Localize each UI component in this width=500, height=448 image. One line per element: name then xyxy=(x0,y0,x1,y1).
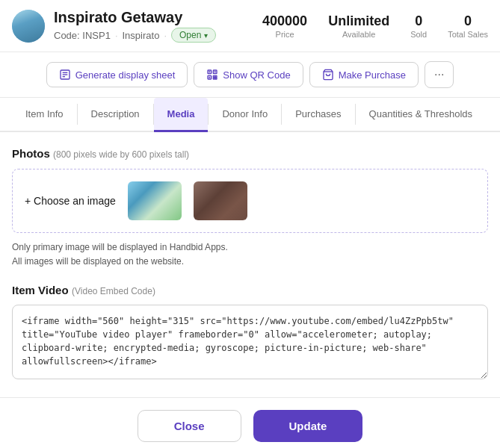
choose-image-button[interactable]: + Choose an image xyxy=(25,195,116,207)
tab-quantities[interactable]: Quantities & Thresholds xyxy=(356,98,487,132)
qr-code-icon xyxy=(206,69,218,81)
price-label: Price xyxy=(262,30,307,39)
svg-rect-14 xyxy=(215,78,217,79)
dot-separator-1: · xyxy=(115,30,118,41)
svg-rect-7 xyxy=(209,71,211,72)
close-button[interactable]: Close xyxy=(138,410,241,442)
item-title: Inspirato Getaway xyxy=(54,9,253,26)
tab-description[interactable]: Description xyxy=(78,98,153,132)
header-stats: 400000 Price Unlimited Available 0 Sold … xyxy=(262,13,488,39)
item-org: Inspirato xyxy=(123,30,160,41)
photo-note-line1: Only primary image will be displayed in … xyxy=(12,240,488,255)
photos-title: Photos (800 pixels wide by 600 pixels ta… xyxy=(12,147,488,160)
stat-sold: 0 Sold xyxy=(410,13,427,39)
show-qr-code-label: Show QR Code xyxy=(223,69,290,81)
video-embed-textarea[interactable]: <iframe width="560" height="315" src="ht… xyxy=(12,305,488,379)
svg-rect-9 xyxy=(209,77,211,78)
video-title: Item Video (Video Embed Code) xyxy=(12,284,488,297)
purchase-icon xyxy=(322,69,334,81)
generate-display-sheet-button[interactable]: Generate display sheet xyxy=(46,62,188,87)
photo-note-line2: All images will be displayed on the webs… xyxy=(12,255,488,269)
sold-label: Sold xyxy=(410,30,427,39)
item-code: Code: INSP1 xyxy=(54,30,111,41)
video-subtitle: (Video Embed Code) xyxy=(72,286,155,296)
make-purchase-button[interactable]: Make Purchase xyxy=(309,62,419,87)
photo-upload-area[interactable]: + Choose an image xyxy=(12,169,488,233)
svg-rect-12 xyxy=(215,75,217,77)
thumbnail-image-1 xyxy=(128,181,182,220)
stat-total-sales: 0 Total Sales xyxy=(448,13,488,39)
available-label: Available xyxy=(328,30,389,39)
header-info: Inspirato Getaway Code: INSP1 · Inspirat… xyxy=(54,9,253,43)
thumbnail-1[interactable] xyxy=(128,181,182,220)
video-section: Item Video (Video Embed Code) <iframe wi… xyxy=(12,284,488,382)
photo-note: Only primary image will be displayed in … xyxy=(12,240,488,269)
display-sheet-icon xyxy=(59,69,71,81)
price-value: 400000 xyxy=(262,13,307,29)
tab-item-info[interactable]: Item Info xyxy=(12,98,77,132)
stat-price: 400000 Price xyxy=(262,13,307,39)
total-sales-value: 0 xyxy=(448,13,488,29)
tab-donor-info[interactable]: Donor Info xyxy=(209,98,281,132)
svg-rect-13 xyxy=(214,78,215,79)
more-options-button[interactable]: ··· xyxy=(425,61,454,88)
tab-purchases[interactable]: Purchases xyxy=(282,98,354,132)
make-purchase-label: Make Purchase xyxy=(339,69,406,81)
stat-available: Unlimited Available xyxy=(328,13,389,39)
choose-image-label: + Choose an image xyxy=(25,195,116,207)
tabs-bar: Item Info Description Media Donor Info P… xyxy=(0,98,500,132)
svg-rect-8 xyxy=(214,71,216,72)
show-qr-code-button[interactable]: Show QR Code xyxy=(194,62,303,87)
toolbar: Generate display sheet Show QR Code Make… xyxy=(0,52,500,98)
sold-value: 0 xyxy=(410,13,427,29)
status-badge[interactable]: Open xyxy=(171,28,216,43)
photos-section: Photos (800 pixels wide by 600 pixels ta… xyxy=(12,147,488,269)
page-header: Inspirato Getaway Code: INSP1 · Inspirat… xyxy=(0,0,500,52)
dot-separator-2: · xyxy=(164,30,167,41)
thumbnail-2[interactable] xyxy=(194,181,247,220)
generate-display-sheet-label: Generate display sheet xyxy=(75,69,176,81)
svg-rect-11 xyxy=(214,75,215,77)
footer: Close Update xyxy=(0,397,500,448)
available-value: Unlimited xyxy=(328,13,389,29)
thumbnail-image-2 xyxy=(194,181,247,220)
photos-subtitle: (800 pixels wide by 600 pixels tall) xyxy=(53,149,189,160)
tab-media[interactable]: Media xyxy=(154,98,209,132)
update-button[interactable]: Update xyxy=(253,410,363,442)
avatar xyxy=(12,10,45,43)
total-sales-label: Total Sales xyxy=(448,30,488,39)
media-content: Photos (800 pixels wide by 600 pixels ta… xyxy=(0,132,500,397)
header-subtitle: Code: INSP1 · Inspirato · Open xyxy=(54,28,253,43)
